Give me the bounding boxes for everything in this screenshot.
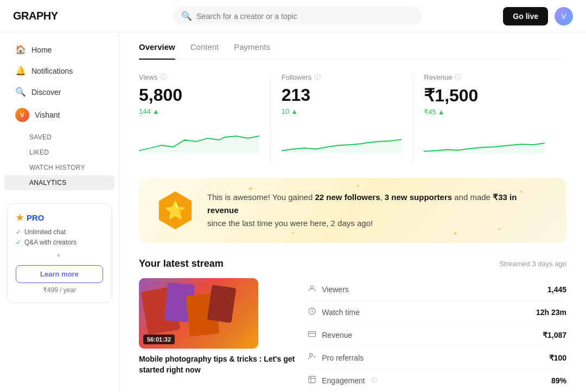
stream-thumbnail-wrapper: 56:01:32 Mobile photography tips & trick… — [139, 278, 295, 391]
home-icon: 🏠 — [15, 44, 26, 55]
avatar[interactable]: V — [555, 7, 573, 25]
tabs: Overview Content Payments — [139, 33, 566, 60]
section-title-latest-stream: Your latest stream — [139, 258, 224, 269]
bell-icon: 🔔 — [15, 66, 26, 76]
thumb-shape-4 — [207, 285, 237, 323]
search-input[interactable] — [196, 12, 413, 21]
banner-message: This is awesome! You gained 22 new follo… — [207, 191, 549, 230]
stat-value-followers: 213 — [282, 85, 402, 105]
tab-content[interactable]: Content — [190, 42, 219, 59]
sidebar-item-saved[interactable]: SAVED — [0, 130, 119, 145]
check-icon-2: ✓ — [16, 239, 21, 246]
stream-stat-engagement-label: Engagement ⓘ — [308, 375, 376, 385]
stream-thumbnail[interactable]: 56:01:32 — [139, 278, 258, 349]
sparkle-5: ✦ — [356, 183, 360, 189]
sidebar-item-discover[interactable]: 🔍 Discover — [4, 81, 114, 102]
arrow-up-followers: ▲ — [291, 107, 298, 115]
nav-right: Go live V — [503, 7, 573, 25]
stat-label-views: Views ⓘ — [139, 73, 259, 82]
info-icon-revenue: ⓘ — [455, 73, 461, 82]
svg-marker-1 — [282, 139, 402, 153]
stream-title: Mobile photography tips & tricks : Let's… — [139, 354, 295, 375]
sparkle-2: ✦ — [519, 189, 523, 195]
sidebar: 🏠 Home 🔔 Notifications 🔍 Discover V Vish… — [0, 33, 119, 392]
sidebar-item-home[interactable]: 🏠 Home — [4, 39, 114, 60]
main-content: Overview Content Payments Views ⓘ 5,800 … — [119, 33, 586, 392]
stream-stat-watch-time: Watch time 12h 23m — [308, 301, 566, 324]
svg-marker-0 — [139, 136, 259, 153]
stream-stat-viewers-value: 1,445 — [547, 285, 566, 294]
stat-change-revenue: ₹45 ▲ — [424, 108, 545, 116]
pro-feature-qa: ✓ Q&A with creators — [16, 239, 103, 246]
arrow-up-views: ▲ — [152, 107, 160, 115]
revenue-icon — [308, 330, 316, 340]
stats-grid: Views ⓘ 5,800 144 ▲ Followers ⓘ — [139, 73, 566, 165]
stream-stat-engagement: Engagement ⓘ 89% — [308, 369, 566, 391]
svg-point-3 — [311, 286, 314, 288]
banner-award-icon: ⭐ — [156, 191, 194, 229]
user-avatar: V — [15, 108, 29, 122]
stream-stat-revenue-label: Revenue — [308, 330, 352, 340]
stream-duration-badge: 56:01:32 — [143, 335, 175, 344]
stream-stat-pro-referrals-label: Pro referrals — [308, 352, 364, 363]
sidebar-item-notifications-label: Notifications — [31, 67, 73, 75]
sidebar-item-discover-label: Discover — [31, 88, 61, 97]
stream-stat-watch-time-value: 12h 23m — [536, 308, 566, 317]
check-icon: ✓ — [16, 228, 21, 236]
sidebar-username: Vishant — [35, 111, 60, 119]
sparkle-4: ✦ — [453, 230, 458, 237]
svg-rect-5 — [309, 331, 316, 336]
sparkle-3: ✦ — [291, 230, 295, 235]
pro-feature-chat: ✓ Unlimited chat — [16, 228, 103, 236]
stream-card: 56:01:32 Mobile photography tips & trick… — [139, 278, 566, 391]
stat-card-views: Views ⓘ 5,800 144 ▲ — [139, 73, 271, 165]
stat-value-revenue: ₹1,500 — [424, 85, 545, 106]
tab-payments[interactable]: Payments — [234, 42, 270, 59]
viewers-icon — [308, 284, 316, 294]
sidebar-item-notifications[interactable]: 🔔 Notifications — [4, 60, 114, 81]
stat-change-followers: 10 ▲ — [282, 107, 402, 115]
info-icon-views: ⓘ — [160, 73, 167, 82]
sparkle-1: ✦ — [247, 184, 254, 193]
pro-referrals-icon — [308, 352, 316, 363]
stream-meta-date: Streamed 3 days ago — [499, 260, 566, 268]
stream-stat-pro-referrals-value: ₹100 — [549, 354, 566, 362]
sparkline-followers — [282, 121, 402, 153]
stream-stat-pro-referrals: Pro referrals ₹100 — [308, 346, 566, 369]
stream-stat-watch-time-label: Watch time — [308, 307, 360, 317]
stat-change-views: 144 ▲ — [139, 107, 259, 115]
svg-rect-8 — [309, 376, 315, 383]
sidebar-item-analytics[interactable]: ANALYTICS — [4, 175, 114, 190]
pro-more-dots: • — [16, 249, 103, 262]
sidebar-sub-menu: SAVED LIKED WATCH HISTORY ANALYTICS — [0, 127, 119, 192]
sidebar-item-home-label: Home — [31, 46, 52, 54]
pro-badge: ★ PRO — [16, 213, 103, 223]
go-live-button[interactable]: Go live — [503, 7, 548, 25]
sidebar-user[interactable]: V Vishant — [4, 102, 114, 127]
stat-value-views: 5,800 — [139, 85, 259, 105]
arrow-up-revenue: ▲ — [438, 108, 445, 116]
watch-time-icon — [308, 307, 316, 317]
sparkle-6: ✦ — [497, 226, 501, 232]
stream-stat-revenue-value: ₹1,087 — [543, 331, 566, 339]
learn-more-button[interactable]: Learn more — [16, 265, 103, 283]
stat-label-revenue: Revenue ⓘ — [424, 73, 545, 82]
highlight-banner: ✦ ✦ ✦ ✦ ✦ ✦ ⭐ This is awesome! You gaine… — [139, 178, 566, 243]
svg-point-7 — [310, 354, 313, 356]
banner-followers: 22 new followers — [315, 192, 380, 202]
banner-supporters: 3 new supporters — [385, 192, 452, 202]
tab-overview[interactable]: Overview — [139, 42, 175, 59]
engagement-info-icon: ⓘ — [371, 376, 377, 384]
search-bar[interactable]: 🔍 — [173, 7, 422, 25]
search-icon: 🔍 — [181, 11, 192, 21]
stream-stat-viewers: Viewers 1,445 — [308, 278, 566, 301]
sparkline-views — [139, 121, 259, 153]
main-layout: 🏠 Home 🔔 Notifications 🔍 Discover V Vish… — [0, 33, 586, 392]
sidebar-item-liked[interactable]: LIKED — [0, 145, 119, 160]
stat-label-followers: Followers ⓘ — [282, 73, 402, 82]
star-icon: ★ — [16, 213, 23, 223]
pro-price: ₹499 / year — [16, 286, 103, 294]
sidebar-item-watch-history[interactable]: WATCH HISTORY — [0, 160, 119, 175]
brand-logo: GRAPHY — [13, 10, 132, 22]
svg-marker-2 — [424, 143, 545, 154]
